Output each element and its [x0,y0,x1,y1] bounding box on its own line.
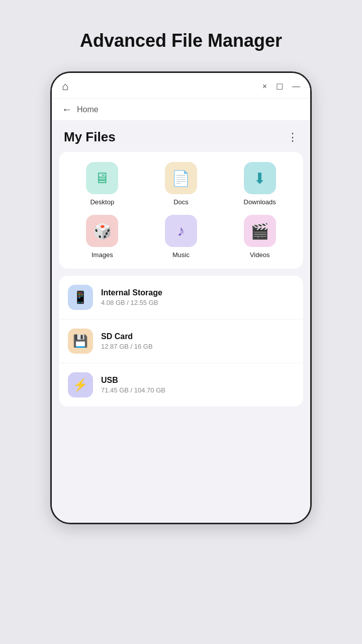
file-item-downloads[interactable]: ⬇ Downloads [221,162,298,206]
internal-storage-size: 4.08 GB / 12.55 GB [101,299,294,306]
internal-storage-icon: 📱 [68,285,93,310]
downloads-icon: ⬇ [244,162,276,194]
file-item-videos[interactable]: 🎬 Videos [221,215,298,259]
sdcard-info: SD Card 12.87 GB / 16 GB [101,332,294,350]
desktop-label: Desktop [90,198,114,206]
page-title: Advanced File Manager [80,30,282,51]
usb-icon: ⚡ [68,372,93,397]
videos-label: Videos [250,251,270,259]
file-item-music[interactable]: ♪ Music [143,215,220,259]
close-button[interactable]: × [262,82,267,91]
storage-card: 📱 Internal Storage 4.08 GB / 12.55 GB 💾 … [59,276,303,407]
maximize-button[interactable]: ☐ [276,82,283,92]
music-label: Music [172,251,190,259]
home-icon: ⌂ [62,80,68,93]
storage-item-usb[interactable]: ⚡ USB 71.45 GB / 104.70 GB [59,363,303,407]
internal-storage-name: Internal Storage [101,288,294,297]
file-item-desktop[interactable]: 🖥 Desktop [64,162,141,206]
back-button[interactable]: ← [62,104,72,115]
more-options-button[interactable]: ⋮ [287,131,298,144]
videos-icon: 🎬 [244,215,276,247]
files-card: 🖥 Desktop 📄 Docs ⬇ Downloads 🎲 Images ♪ [59,152,303,269]
file-item-images[interactable]: 🎲 Images [64,215,141,259]
storage-item-sdcard[interactable]: 💾 SD Card 12.87 GB / 16 GB [59,319,303,363]
section-title: My Files [64,129,116,145]
internal-storage-info: Internal Storage 4.08 GB / 12.55 GB [101,288,294,306]
file-item-docs[interactable]: 📄 Docs [143,162,220,206]
nav-bar: ← Home [52,99,310,120]
window-controls: × ☐ — [262,82,300,92]
phone-frame: ⌂ × ☐ — ← Home My Files ⋮ 🖥 Desktop 📄 [50,71,312,524]
usb-name: USB [101,376,294,385]
main-content: My Files ⋮ 🖥 Desktop 📄 Docs ⬇ Downloads [52,120,310,523]
docs-label: Docs [173,198,189,206]
downloads-label: Downloads [244,198,276,206]
title-bar: ⌂ × ☐ — [52,73,310,99]
music-icon: ♪ [165,215,197,247]
images-icon: 🎲 [86,215,118,247]
usb-info: USB 71.45 GB / 104.70 GB [101,376,294,394]
sdcard-name: SD Card [101,332,294,341]
section-header: My Files ⋮ [52,120,310,152]
desktop-icon: 🖥 [86,162,118,194]
usb-size: 71.45 GB / 104.70 GB [101,386,294,394]
sdcard-icon: 💾 [68,329,93,354]
files-grid: 🖥 Desktop 📄 Docs ⬇ Downloads 🎲 Images ♪ [64,162,298,259]
sdcard-size: 12.87 GB / 16 GB [101,343,294,350]
storage-item-internal[interactable]: 📱 Internal Storage 4.08 GB / 12.55 GB [59,276,303,319]
images-label: Images [92,251,113,259]
nav-home-label: Home [77,105,99,114]
minimize-button[interactable]: — [292,82,300,91]
docs-icon: 📄 [165,162,197,194]
